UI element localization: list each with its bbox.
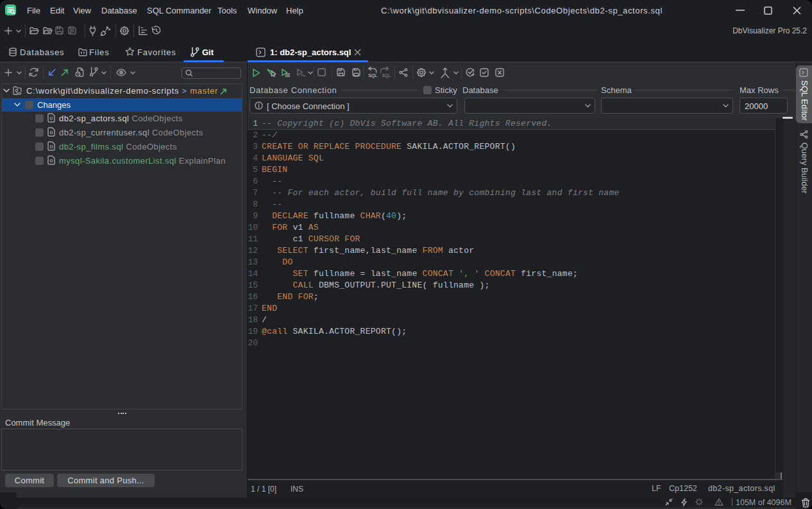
svg-text:SQL: SQL [368,73,377,78]
svg-text:SQL: SQL [382,73,391,78]
